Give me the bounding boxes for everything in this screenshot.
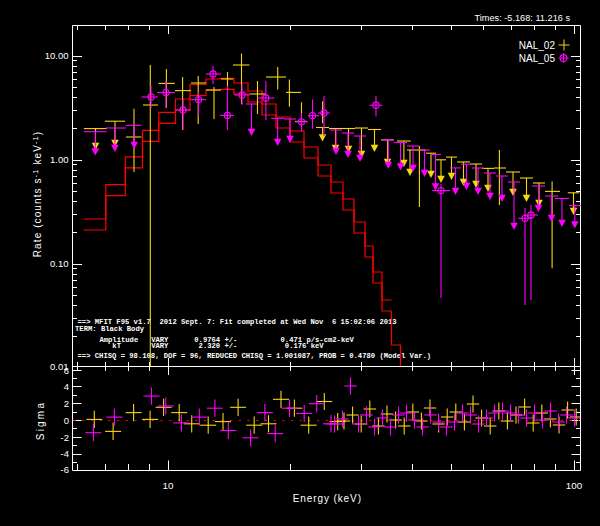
svg-text:-6: -6 — [61, 464, 69, 475]
svg-text:4: 4 — [64, 381, 69, 392]
svg-text:Rate (counts s-1 keV-1): Rate (counts s-1 keV-1) — [31, 131, 44, 257]
svg-text:kT VARY 2.320 +/-: kT VARY 2.320 +/- 0.176 keV — [74, 342, 325, 350]
svg-text:-2: -2 — [61, 432, 69, 443]
svg-text:6: 6 — [64, 365, 69, 376]
svg-text:0.10: 0.10 — [50, 258, 69, 269]
svg-text:Sigma: Sigma — [35, 401, 46, 440]
svg-text:NAL_05: NAL_05 — [519, 53, 556, 64]
svg-text:10.00: 10.00 — [45, 50, 69, 61]
svg-text:1.00: 1.00 — [50, 154, 69, 165]
svg-text:Energy (keV): Energy (keV) — [293, 493, 362, 504]
svg-text:0: 0 — [64, 415, 69, 426]
svg-text:2: 2 — [64, 398, 69, 409]
svg-text:-4: -4 — [61, 448, 69, 459]
svg-text:100: 100 — [566, 480, 583, 491]
svg-text:Times: -5.168: 11.216 s: Times: -5.168: 11.216 s — [475, 13, 571, 23]
svg-text:==> CHISQ = 98.108, DOF = 96,: ==> CHISQ = 98.108, DOF = 96, REDUCED CH… — [78, 352, 432, 360]
svg-text:10: 10 — [163, 480, 174, 491]
svg-text:TERM: Black Body: TERM: Black Body — [75, 325, 145, 333]
svg-text:NAL_02: NAL_02 — [519, 40, 556, 51]
